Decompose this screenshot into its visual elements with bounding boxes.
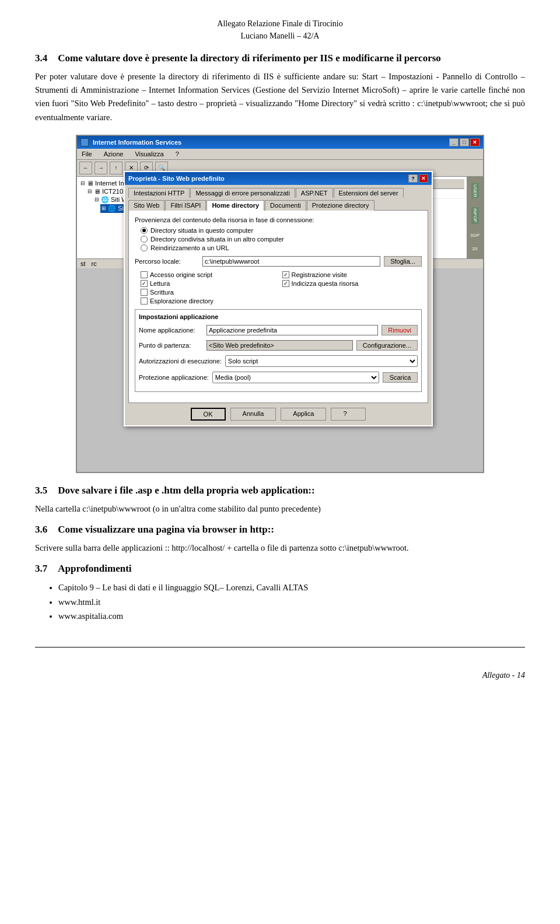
protezione-row: Protezione applicazione: Media (pool) Sc… xyxy=(139,372,418,383)
checkbox-grid: Accesso origine script Registrazione vis… xyxy=(141,271,422,304)
prop-tabs-row2: Sito Web Filtri ISAPI Home directory Doc… xyxy=(125,197,432,210)
radio-directory-locale[interactable]: Directory situata in questo computer xyxy=(141,227,422,234)
tab-sitoweb[interactable]: Sito Web xyxy=(128,200,164,211)
cb-empty1 xyxy=(282,289,422,296)
nome-app-row: Nome applicazione: Rimuovi xyxy=(139,325,418,335)
section-36: 3.6 Come visualizzare una pagina via bro… xyxy=(35,524,525,536)
iis-title-text: Internet Information Services xyxy=(80,138,181,146)
bullet-list: Capitolo 9 – Le basi di dati e il lingua… xyxy=(58,580,525,624)
tab-home[interactable]: Home directory xyxy=(206,200,264,211)
tree-expand-icon-pred: ⊞ xyxy=(102,205,106,211)
radio-redirect[interactable]: Reindirizzamento a un URL xyxy=(141,244,422,251)
cb-accesso-box xyxy=(141,271,148,278)
prop-close-btn[interactable]: ✕ xyxy=(419,174,428,183)
side-text-user: USER xyxy=(471,183,479,198)
cb-esplorazione-box xyxy=(141,298,148,304)
section-34-title: Come valutare dove è presente la directo… xyxy=(58,52,441,64)
cb-registrazione[interactable]: Registrazione visite xyxy=(282,271,422,278)
tab-estensioni[interactable]: Estensioni del server xyxy=(334,188,404,198)
cb-lettura-label: Lettura xyxy=(150,280,170,287)
bullet-1: Capitolo 9 – Le basi di dati e il lingua… xyxy=(58,580,525,595)
toolbar-btn-1[interactable]: ← xyxy=(79,162,92,174)
tab-filtri[interactable]: Filtri ISAPI xyxy=(165,200,206,211)
cb-esplorazione-label: Esplorazione directory xyxy=(150,298,214,304)
footer-separator xyxy=(35,647,525,648)
radio-directory-condivisa[interactable]: Directory condivisa situata in un altro … xyxy=(141,236,422,243)
page-footer: Allegato - 14 xyxy=(35,671,525,680)
menu-azione[interactable]: Azione xyxy=(102,150,126,158)
iis-menubar: File Azione Visualizza ? xyxy=(77,149,483,160)
scarica-button[interactable]: Scarica xyxy=(383,372,418,383)
cb-scrittura-label: Scrittura xyxy=(150,289,174,296)
footer-text: Allegato - 14 xyxy=(482,671,525,680)
radio-icon-1 xyxy=(141,227,148,234)
btn-annulla[interactable]: Annulla xyxy=(230,408,276,421)
tree-expand-icon-root: ⊟ xyxy=(80,180,85,186)
toolbar-btn-2[interactable]: → xyxy=(94,162,107,174)
punto-partenza-input[interactable] xyxy=(206,340,353,351)
iis-titlebar: Internet Information Services _ □ ✕ xyxy=(77,136,483,149)
tab-messaggi[interactable]: Messaggi di errore personalizzati xyxy=(190,188,295,198)
prop-titlebar: Proprietà - Sito Web predefinito ? ✕ xyxy=(125,172,432,185)
cb-esplorazione[interactable]: Esplorazione directory xyxy=(141,298,281,304)
doc-header: Allegato Relazione Finale di Tirocinio L… xyxy=(35,18,525,42)
cb-lettura[interactable]: Lettura xyxy=(141,280,281,287)
app-section-title: Impostazioni applicazione xyxy=(139,313,418,320)
tree-icon-sitiweb: 🌐 xyxy=(101,196,109,204)
header-line2: Luciano Manelli – 42/A xyxy=(35,30,525,42)
section-35: 3.5 Dove salvare i file .asp e .htm dell… xyxy=(35,485,525,496)
close-btn[interactable]: ✕ xyxy=(470,138,480,146)
side-strip: USER INFOP 3GP 20 xyxy=(467,177,483,258)
iis-win-controls[interactable]: _ □ ✕ xyxy=(449,138,480,146)
cb-accesso[interactable]: Accesso origine script xyxy=(141,271,281,278)
cb-indicizza-label: Indicizza questa risorsa xyxy=(292,280,359,287)
section-34-body: Per poter valutare dove è presente la di… xyxy=(35,70,525,124)
side-text-infop: INFOP xyxy=(471,207,479,223)
section-34-num: 3.4 xyxy=(35,52,47,64)
cb-empty2 xyxy=(282,298,422,304)
menu-visualizza[interactable]: Visualizza xyxy=(132,150,166,158)
configurazione-button[interactable]: Configurazione... xyxy=(356,340,418,351)
tab-aspnet[interactable]: ASP.NET xyxy=(296,188,333,198)
percorso-input[interactable] xyxy=(202,256,380,267)
statusbar-text: st xyxy=(80,260,86,267)
rimuovi-button[interactable]: Rimuovi xyxy=(382,325,418,335)
tab-documenti[interactable]: Documenti xyxy=(265,200,306,211)
content-label: Provenienza del contenuto della risorsa … xyxy=(135,216,422,223)
maximize-btn[interactable]: □ xyxy=(460,138,469,146)
side-text-3gp: 3GP xyxy=(470,233,480,238)
section-36-num: 3.6 xyxy=(35,524,47,536)
menu-file[interactable]: File xyxy=(79,150,94,158)
radio-group: Directory situata in questo computer Dir… xyxy=(141,227,422,251)
nome-app-input[interactable] xyxy=(206,325,378,335)
prop-win-controls[interactable]: ? ✕ xyxy=(408,174,428,183)
autorizzazioni-select[interactable]: Solo script xyxy=(225,355,418,367)
dialog-buttons: OK Annulla Applica ? xyxy=(125,403,432,425)
protezione-select[interactable]: Media (pool) xyxy=(212,372,379,383)
radio-icon-3 xyxy=(141,244,148,251)
tab-intestazioni[interactable]: Intestazioni HTTP xyxy=(128,188,190,198)
punto-partenza-row: Punto di partenza: Configurazione... xyxy=(139,340,418,351)
cb-indicizza[interactable]: Indicizza questa risorsa xyxy=(282,280,422,287)
header-line1: Allegato Relazione Finale di Tirocinio xyxy=(35,18,525,30)
sfoglia-button[interactable]: Sfoglia... xyxy=(384,256,422,267)
iis-window-icon xyxy=(80,138,89,146)
minimize-btn[interactable]: _ xyxy=(449,138,459,146)
menu-help[interactable]: ? xyxy=(173,150,181,158)
autorizzazioni-label: Autorizzazioni di esecuzione: xyxy=(139,358,222,365)
iis-screenshot: Internet Information Services _ □ ✕ File… xyxy=(76,135,484,473)
prop-title-text: Proprietà - Sito Web predefinito xyxy=(128,175,225,182)
bullet-3: www.aspitalia.com xyxy=(58,609,525,624)
toolbar-btn-3[interactable]: ↑ xyxy=(110,162,123,174)
btn-applica[interactable]: Applica xyxy=(281,408,326,421)
radio-icon-2 xyxy=(141,236,148,243)
btn-ok[interactable]: OK xyxy=(191,408,226,421)
btn-help[interactable]: ? xyxy=(331,408,366,421)
app-section: Impostazioni applicazione Nome applicazi… xyxy=(135,309,422,392)
tab-protezione[interactable]: Protezione directory xyxy=(307,200,374,211)
cb-scrittura[interactable]: Scrittura xyxy=(141,289,281,296)
prop-help-btn[interactable]: ? xyxy=(408,174,418,183)
protezione-label: Protezione applicazione: xyxy=(139,374,209,381)
statusbar-rc: rc xyxy=(92,260,97,267)
prop-tabs-row1: Intestazioni HTTP Messaggi di errore per… xyxy=(125,185,432,197)
